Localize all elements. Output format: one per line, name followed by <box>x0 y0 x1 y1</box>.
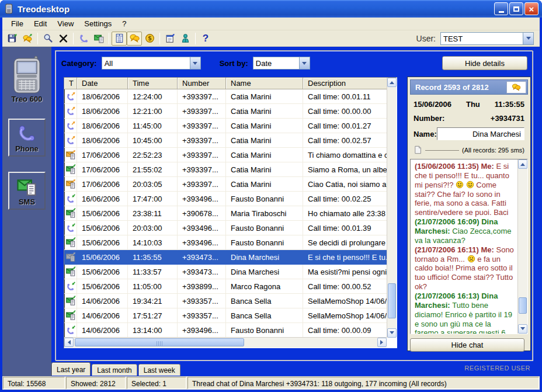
tab-last-week[interactable]: Last week <box>138 364 180 376</box>
table-vertical-scrollbar[interactable] <box>387 78 397 338</box>
title-bar[interactable]: Treodesktop × <box>0 0 542 18</box>
sidebar-item-phone[interactable]: Phone <box>8 119 46 157</box>
column-header-t[interactable]: T <box>64 78 77 89</box>
record-chat-button[interactable] <box>506 81 526 93</box>
sidebar-item-sms[interactable]: SMS <box>8 172 46 210</box>
delete-button[interactable] <box>55 32 71 46</box>
column-header-time[interactable]: Time <box>128 78 178 89</box>
chat-scroll-down-button[interactable] <box>518 324 527 334</box>
cell-name: Fausto Bonanni <box>226 323 303 338</box>
scroll-right-button[interactable] <box>377 338 387 347</box>
column-header-name[interactable]: Name <box>226 78 303 89</box>
cell-number: +393357... <box>178 308 226 323</box>
chat-message: (21/07/2006 16:11) Me: Sono tornato a Rm… <box>415 245 516 292</box>
maximize-button[interactable] <box>509 2 523 15</box>
table-row[interactable]: 15/06/200611:33:57+393473...Dina Marches… <box>64 265 387 279</box>
sidebar: Treo 600 Phone SMS <box>2 47 51 377</box>
menu-item-view[interactable]: View <box>52 18 79 29</box>
cell-number: +393496... <box>178 192 226 206</box>
cell-name: Banca Sella <box>226 308 303 323</box>
phone-records-button[interactable] <box>76 32 91 46</box>
close-button[interactable]: × <box>524 2 538 15</box>
contacts-button[interactable] <box>178 32 193 46</box>
menu-item-settings[interactable]: Settings <box>79 18 117 29</box>
name-field[interactable]: Dina Marchesi <box>437 127 524 140</box>
chat-view-button[interactable] <box>127 32 142 46</box>
export-chat-button[interactable] <box>20 32 35 46</box>
column-header-description[interactable]: Description <box>303 78 387 89</box>
cell-name: Fausto Bonanni <box>226 235 303 250</box>
search-button[interactable] <box>40 32 55 46</box>
registered-user-label: REGISTERED USER <box>464 365 530 372</box>
column-header-number[interactable]: Number <box>178 78 226 89</box>
minimize-button[interactable] <box>494 2 508 15</box>
table-row[interactable]: 17/06/200620:03:05+393397...Catia Marini… <box>64 177 387 192</box>
cell-time: 21:55:02 <box>128 162 178 177</box>
scroll-down-button[interactable] <box>387 328 397 338</box>
dollar-coin-icon <box>145 33 155 43</box>
cell-date: 16/06/2006 <box>77 192 128 206</box>
sms-records-button[interactable] <box>91 32 106 46</box>
cell-time: 23:38:11 <box>128 206 178 221</box>
list-view-button[interactable] <box>112 32 127 46</box>
horizontal-scroll-thumb[interactable] <box>75 338 244 346</box>
app-phone-icon <box>4 4 14 14</box>
table-row[interactable]: 15/06/200611:05:00+393899...Marco Ragona… <box>64 279 387 294</box>
chat-scroll-thumb[interactable] <box>519 297 527 314</box>
category-combo[interactable]: All <box>102 57 201 70</box>
table-row[interactable]: 18/06/200611:45:00+393397...Catia Marini… <box>64 119 387 133</box>
user-combo-button[interactable] <box>523 33 533 44</box>
call-out-icon <box>66 135 76 145</box>
chat-scrollbar[interactable] <box>517 159 527 334</box>
table-horizontal-scrollbar[interactable] <box>64 337 387 348</box>
floppy-export-icon <box>8 33 18 43</box>
table-row[interactable]: 15/06/200611:35:55+393473...Dina Marches… <box>64 250 387 265</box>
user-combo[interactable]: TEST <box>440 32 534 45</box>
chat-message: (21/07/2006 16:09) Dina Marchesi: Ciao Z… <box>415 217 516 245</box>
menu-item-[interactable]: ? <box>117 18 131 29</box>
search-icon <box>43 33 53 43</box>
phone-receiver-icon <box>17 123 37 143</box>
help-button[interactable]: ? <box>198 32 213 46</box>
scroll-left-button[interactable] <box>64 338 74 347</box>
menu-item-file[interactable]: File <box>6 18 29 29</box>
table-row[interactable]: 14/06/200619:34:21+393357...Banca SellaS… <box>64 294 387 308</box>
category-combo-button[interactable] <box>190 57 200 69</box>
menu-item-edit[interactable]: Edit <box>29 18 52 29</box>
table-row[interactable]: 16/06/200617:47:00+393496...Fausto Bonan… <box>64 192 387 206</box>
table-row[interactable]: 15/06/200623:38:11+390678...Maria Tirabo… <box>64 206 387 221</box>
column-header-date[interactable]: Date <box>77 78 128 89</box>
cell-name: Fausto Bonanni <box>226 192 303 206</box>
table-row[interactable]: 15/06/200614:10:03+393496...Fausto Bonan… <box>64 235 387 250</box>
properties-button[interactable] <box>162 32 178 46</box>
costs-button[interactable] <box>142 32 157 46</box>
vertical-scroll-thumb[interactable] <box>388 283 396 318</box>
cell-number: +393397... <box>178 162 226 177</box>
hide-details-button[interactable]: Hide details <box>442 56 527 70</box>
tab-last-month[interactable]: Last month <box>92 364 137 376</box>
call-out-icon <box>66 91 76 101</box>
table-row[interactable]: 18/06/200612:24:00+393397...Catia Marini… <box>64 89 387 104</box>
table-row[interactable]: 18/06/200610:45:00+393397...Catia Marini… <box>64 133 387 148</box>
sms-in-icon <box>66 164 76 174</box>
table-row[interactable]: 17/06/200622:52:23+393397...Catia Marini… <box>64 148 387 162</box>
cell-time: 17:51:27 <box>128 308 178 323</box>
call-in-icon-cell <box>64 323 77 338</box>
cell-number: +393357... <box>178 294 226 308</box>
tab-last-year[interactable]: Last year <box>51 362 91 376</box>
export-save-button[interactable] <box>5 32 20 46</box>
sortby-combo[interactable]: Date <box>253 57 310 70</box>
table-row[interactable]: 15/06/200620:03:00+393496...Fausto Bonan… <box>64 221 387 235</box>
sms-out-icon <box>66 179 76 189</box>
chat-scroll-up-button[interactable] <box>518 159 527 169</box>
hide-chat-button[interactable]: Hide chat <box>410 338 524 352</box>
table-row[interactable]: 17/06/200621:55:02+393397...Catia Marini… <box>64 162 387 177</box>
scroll-up-button[interactable] <box>387 78 397 87</box>
table-row[interactable]: 14/06/200617:51:27+393357...Banca SellaS… <box>64 308 387 323</box>
table-row[interactable]: 14/06/200613:14:00+393496...Fausto Bonan… <box>64 323 387 338</box>
triangle-right-icon <box>380 340 385 345</box>
call-in-icon <box>66 193 76 203</box>
sortby-combo-button[interactable] <box>299 57 310 69</box>
table-row[interactable]: 18/06/200612:21:00+393397...Catia Marini… <box>64 104 387 119</box>
cell-time: 11:33:57 <box>128 265 178 279</box>
